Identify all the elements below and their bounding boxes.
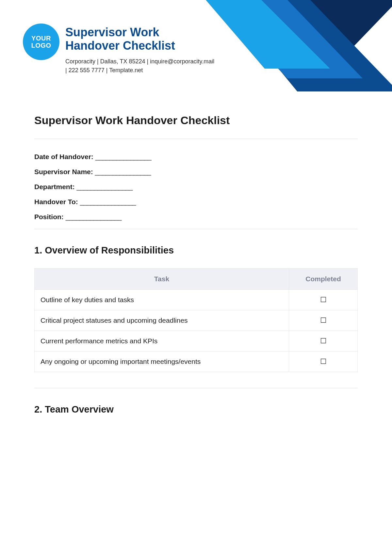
header-meta: Corporacity | Dallas, TX 85224 | inquire…: [65, 57, 216, 75]
content: Supervisor Work Handover Checklist Date …: [0, 75, 392, 415]
header: YOUR LOGO Supervisor Work Handover Check…: [0, 0, 392, 75]
logo-placeholder: YOUR LOGO: [23, 24, 59, 60]
section-title-2: 2. Team Overview: [34, 404, 358, 415]
field-position: Position: ________________: [34, 213, 358, 221]
logo-text-line2: LOGO: [31, 42, 51, 49]
field-supervisor-name: Supervisor Name: ________________: [34, 168, 358, 176]
field-label: Department:: [34, 183, 75, 190]
header-meta-line1: Corporacity | Dallas, TX 85224 | inquire…: [65, 58, 214, 65]
table-row: Outline of key duties and tasks ☐: [35, 289, 358, 310]
field-date: Date of Handover: ________________: [34, 153, 358, 161]
task-cell: Critical project statuses and upcoming d…: [35, 310, 289, 331]
checkbox-cell[interactable]: ☐: [289, 289, 358, 310]
field-blank: ________________: [77, 183, 133, 190]
field-blank: ________________: [80, 198, 136, 205]
divider: [34, 388, 358, 388]
header-meta-line2: | 222 555 7777 | Template.net: [65, 67, 143, 73]
logo-text-line1: YOUR: [31, 35, 51, 42]
header-title: Supervisor Work Handover Checklist: [65, 25, 216, 53]
field-label: Date of Handover:: [34, 153, 93, 160]
divider: [34, 229, 358, 229]
table-row: Current performance metrics and KPIs ☐: [35, 331, 358, 351]
table-row: Critical project statuses and upcoming d…: [35, 310, 358, 331]
table-row: Any ongoing or upcoming important meetin…: [35, 351, 358, 372]
task-cell: Current performance metrics and KPIs: [35, 331, 289, 351]
field-department: Department: ________________: [34, 183, 358, 191]
section-title-1: 1. Overview of Responsibilities: [34, 245, 358, 256]
divider: [34, 138, 358, 139]
col-completed: Completed: [289, 268, 358, 289]
field-label: Supervisor Name:: [34, 168, 93, 175]
header-text: Supervisor Work Handover Checklist Corpo…: [65, 24, 216, 75]
field-handover-to: Handover To: ________________: [34, 198, 358, 206]
col-task: Task: [35, 268, 289, 289]
field-blank: ________________: [95, 168, 151, 175]
field-label: Handover To:: [34, 198, 78, 205]
checkbox-cell[interactable]: ☐: [289, 331, 358, 351]
task-cell: Any ongoing or upcoming important meetin…: [35, 351, 289, 372]
checklist-table: Task Completed Outline of key duties and…: [34, 268, 358, 372]
fields-block: Date of Handover: ________________ Super…: [34, 153, 358, 221]
checkbox-cell[interactable]: ☐: [289, 310, 358, 331]
table-header-row: Task Completed: [35, 268, 358, 289]
field-blank: ________________: [95, 153, 151, 160]
field-blank: ________________: [66, 213, 122, 220]
page-title: Supervisor Work Handover Checklist: [34, 114, 358, 127]
task-cell: Outline of key duties and tasks: [35, 289, 289, 310]
checkbox-cell[interactable]: ☐: [289, 351, 358, 372]
field-label: Position:: [34, 213, 64, 220]
